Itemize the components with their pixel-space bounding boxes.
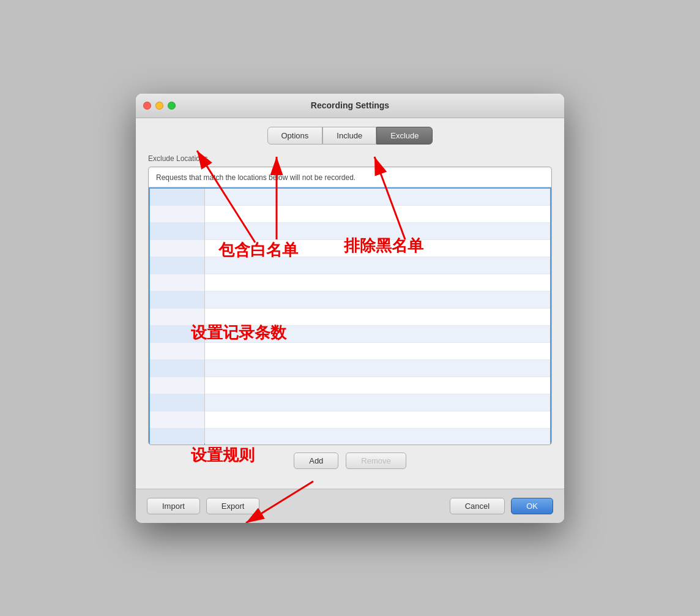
table-row — [205, 360, 550, 377]
table-row — [150, 240, 204, 257]
traffic-lights — [143, 102, 176, 110]
table-row — [205, 429, 550, 445]
bottom-right-buttons: Cancel OK — [450, 498, 553, 514]
table-row — [205, 274, 550, 291]
table-row — [205, 343, 550, 360]
import-button[interactable]: Import — [147, 498, 200, 514]
table-row — [150, 360, 204, 377]
table-row — [150, 206, 204, 223]
table-row — [150, 291, 204, 309]
section-label: Exclude Locations — [148, 154, 552, 163]
table-row — [205, 411, 550, 429]
table-row — [205, 394, 550, 411]
remove-button[interactable]: Remove — [346, 453, 406, 469]
titlebar: Recording Settings — [136, 94, 564, 118]
table-row — [150, 411, 204, 429]
close-button[interactable] — [143, 102, 151, 110]
table-row — [205, 223, 550, 240]
bottom-bar: Import Export Cancel OK — [136, 489, 564, 523]
locations-table[interactable] — [149, 187, 551, 445]
table-row — [150, 377, 204, 394]
table-row — [205, 309, 550, 326]
table-row — [150, 223, 204, 240]
table-row — [205, 206, 550, 223]
col-left — [150, 189, 205, 443]
main-window: Recording Settings Options Include Exclu… — [136, 94, 564, 523]
table-row — [205, 377, 550, 394]
exclude-box: Requests that match the locations below … — [148, 167, 552, 445]
table-row — [150, 326, 204, 343]
table-row — [150, 189, 204, 206]
table-row — [205, 240, 550, 257]
export-button[interactable]: Export — [206, 498, 260, 514]
table-row — [205, 189, 550, 206]
cancel-button[interactable]: Cancel — [450, 498, 505, 514]
table-row — [150, 394, 204, 411]
table-row — [205, 326, 550, 343]
add-remove-buttons: Add Remove — [148, 445, 552, 479]
table-row — [150, 429, 204, 445]
add-button[interactable]: Add — [294, 453, 338, 469]
tab-options[interactable]: Options — [267, 127, 323, 145]
window-title: Recording Settings — [311, 100, 389, 110]
table-row — [150, 343, 204, 360]
table-row — [150, 309, 204, 326]
table-row — [205, 257, 550, 274]
bottom-left-buttons: Import Export — [147, 498, 259, 514]
exclude-description: Requests that match the locations below … — [149, 167, 551, 187]
tab-include[interactable]: Include — [322, 127, 376, 145]
table-row — [150, 257, 204, 274]
tab-bar: Options Include Exclude — [136, 118, 564, 145]
col-right — [205, 189, 550, 443]
content-area: Exclude Locations Requests that match th… — [136, 145, 564, 489]
table-row — [150, 274, 204, 291]
minimize-button[interactable] — [155, 102, 163, 110]
tab-exclude[interactable]: Exclude — [376, 127, 433, 145]
maximize-button[interactable] — [168, 102, 176, 110]
ok-button[interactable]: OK — [511, 498, 553, 514]
table-row — [205, 291, 550, 309]
